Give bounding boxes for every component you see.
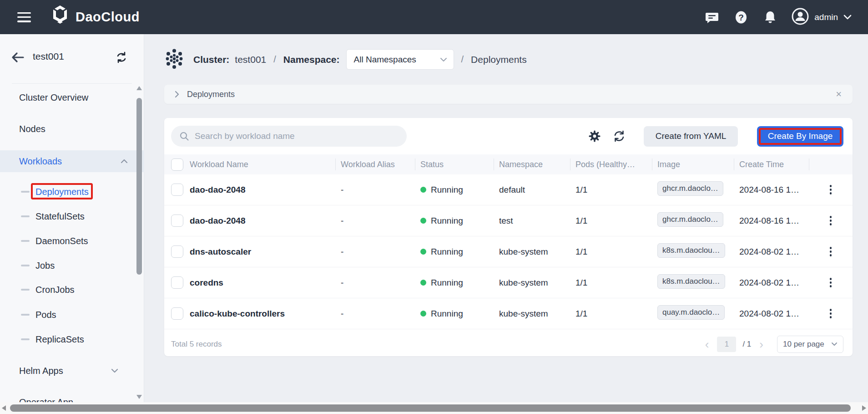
sidebar: test001 Cluster Overview Nodes Workloads…: [0, 34, 144, 402]
table-row: coredns - Running kube-system 1/1 k8s.m.…: [164, 267, 853, 298]
namespace-value: All Namespaces: [354, 55, 416, 65]
workload-name-link[interactable]: dao-dao-2048: [190, 185, 245, 194]
chat-icon[interactable]: [704, 10, 720, 25]
next-page-icon[interactable]: ›: [757, 338, 765, 350]
scroll-right-arrow[interactable]: [862, 405, 866, 411]
table-row: dns-autoscaler - Running kube-system 1/1…: [164, 236, 853, 267]
image-chip: k8s.m.daoclou…: [657, 274, 725, 289]
cluster-label: Cluster:: [193, 54, 229, 65]
row-actions-kebab-icon[interactable]: [827, 275, 835, 290]
select-all-checkbox[interactable]: [171, 158, 183, 171]
username: admin: [814, 12, 838, 22]
row-actions-kebab-icon[interactable]: [827, 213, 835, 228]
scrollbar-thumb[interactable]: [10, 404, 851, 412]
create-from-yaml-button[interactable]: Create from YAML: [644, 126, 738, 147]
help-icon[interactable]: ?: [733, 10, 749, 25]
prev-page-icon[interactable]: ‹: [703, 338, 711, 350]
separator: /: [461, 54, 464, 65]
tab-title: Deployments: [187, 90, 235, 99]
page-title: Deployments: [471, 54, 527, 65]
col-workload-name: Workload Name: [190, 154, 335, 174]
sidebar-item-statefulsets[interactable]: StatefulSets: [0, 206, 135, 226]
col-pods: Pods (Healthy…: [570, 154, 652, 174]
sidebar-item-daemonsets[interactable]: DaemonSets: [0, 231, 135, 251]
bell-icon[interactable]: [762, 10, 778, 25]
row-checkbox[interactable]: [171, 215, 183, 227]
scroll-up-arrow[interactable]: [136, 86, 142, 90]
search-input[interactable]: [195, 131, 386, 141]
col-namespace: Namespace: [494, 154, 570, 174]
current-page[interactable]: 1: [717, 337, 736, 352]
row-checkbox[interactable]: [171, 307, 183, 320]
sidebar-item-replicasets[interactable]: ReplicaSets: [0, 329, 135, 349]
status-text: Running: [431, 185, 463, 195]
chevron-down-icon: [111, 368, 118, 373]
row-checkbox[interactable]: [171, 245, 183, 258]
create-by-image-button[interactable]: Create By Image: [757, 126, 843, 147]
namespace-select[interactable]: All Namespaces: [346, 49, 454, 70]
sidebar-item-workloads[interactable]: Workloads: [0, 150, 144, 172]
row-checkbox[interactable]: [171, 276, 183, 289]
table-row: dao-dao-2048 - Running test 1/1 ghcr.m.d…: [164, 205, 853, 236]
cluster-header: Cluster: test001 / Namespace: All Namesp…: [164, 34, 853, 85]
chevron-right-icon[interactable]: [174, 91, 180, 98]
daocloud-logo-icon: [50, 5, 70, 30]
workload-name-link[interactable]: calico-kube-controllers: [190, 309, 285, 318]
sidebar-item-helm-apps[interactable]: Helm Apps: [0, 361, 135, 381]
cluster-value: test001: [235, 54, 266, 65]
col-image: Image: [652, 154, 734, 174]
namespace-label: Namespace:: [283, 54, 340, 65]
sidebar-cluster-name: test001: [33, 51, 64, 62]
scroll-down-arrow[interactable]: [136, 395, 142, 399]
scrollbar-thumb[interactable]: [136, 98, 142, 275]
sidebar-item-pods[interactable]: Pods: [0, 305, 135, 325]
row-actions-kebab-icon[interactable]: [827, 244, 835, 259]
search-box[interactable]: [171, 126, 407, 147]
brand-name: DaoCloud: [76, 10, 140, 25]
col-status: Status: [415, 154, 494, 174]
row-actions-kebab-icon[interactable]: [827, 182, 835, 197]
scroll-left-arrow[interactable]: [2, 405, 6, 411]
user-menu[interactable]: admin: [792, 8, 852, 27]
total-records: Total 5 records: [171, 340, 222, 349]
table-footer: Total 5 records ‹ 1 / 1 › 10 per page: [164, 332, 853, 356]
row-checkbox[interactable]: [171, 184, 183, 196]
workloads-table: Workload Name Workload Alias Status Name…: [164, 154, 853, 329]
col-workload-alias: Workload Alias: [335, 154, 415, 174]
sidebar-item-nodes[interactable]: Nodes: [0, 119, 135, 139]
col-actions: [809, 154, 853, 174]
image-chip: k8s.m.daoclou…: [657, 243, 725, 258]
sidebar-item-cronjobs[interactable]: CronJobs: [0, 280, 135, 300]
dash-icon: [21, 265, 30, 266]
separator: /: [273, 54, 276, 65]
switch-cluster-icon[interactable]: [116, 51, 127, 65]
sidebar-scrollbar[interactable]: [136, 84, 142, 399]
status-dot: [420, 311, 426, 317]
svg-text:?: ?: [738, 12, 744, 22]
menu-icon[interactable]: [17, 12, 31, 22]
chevron-down-icon: [843, 15, 852, 20]
per-page-select[interactable]: 10 per page: [777, 336, 843, 353]
status-dot: [420, 280, 426, 286]
status-dot: [420, 218, 426, 224]
back-icon[interactable]: [11, 52, 25, 65]
refresh-icon[interactable]: [613, 130, 626, 143]
workload-name-link[interactable]: coredns: [190, 278, 223, 287]
workload-name-link[interactable]: dao-dao-2048: [190, 216, 245, 225]
status-text: Running: [431, 247, 463, 257]
sidebar-item-cluster-overview[interactable]: Cluster Overview: [0, 87, 135, 107]
tab-bar: Deployments ×: [164, 85, 853, 104]
sidebar-item-jobs[interactable]: Jobs: [0, 256, 135, 276]
table-header: Workload Name Workload Alias Status Name…: [164, 154, 853, 174]
image-chip: quay.m.daoclo…: [657, 305, 725, 320]
settings-gear-icon[interactable]: [588, 130, 601, 143]
cluster-icon: [164, 47, 184, 72]
close-icon[interactable]: ×: [836, 89, 842, 99]
workload-name-link[interactable]: dns-autoscaler: [190, 247, 251, 256]
horizontal-scrollbar[interactable]: [0, 402, 868, 414]
row-actions-kebab-icon[interactable]: [827, 306, 835, 321]
chevron-up-icon: [121, 159, 128, 164]
avatar: [792, 8, 809, 27]
brand-logo[interactable]: DaoCloud: [50, 5, 140, 30]
sidebar-item-deployments[interactable]: Deployments: [0, 182, 135, 202]
